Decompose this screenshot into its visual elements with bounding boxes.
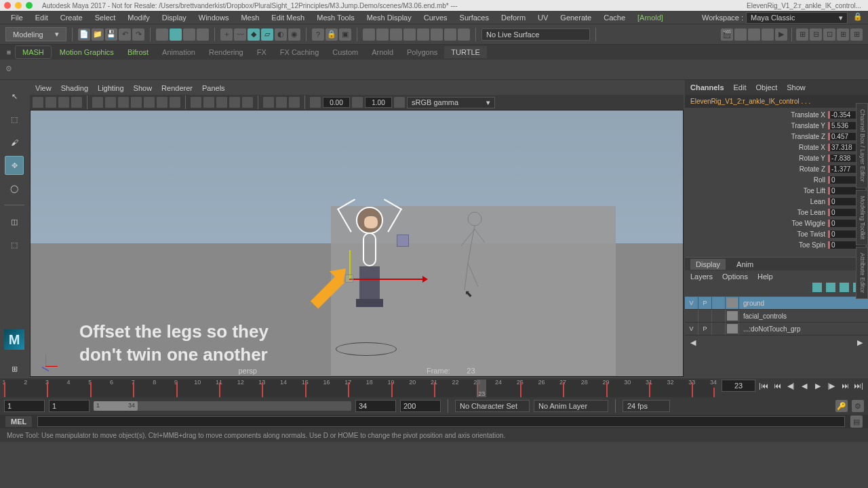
vp-menu-renderer[interactable]: Renderer — [161, 84, 193, 92]
layer-color-swatch[interactable] — [726, 323, 739, 335]
select-tool-icon[interactable]: ↖ — [5, 87, 24, 106]
node-editor-icon[interactable] — [431, 28, 443, 41]
cb-tab-channels[interactable]: Channels — [690, 83, 724, 92]
step-forward-key-icon[interactable]: ⏭ — [840, 380, 850, 391]
output-icon[interactable] — [376, 28, 389, 41]
snap-live-icon[interactable]: ◉ — [288, 28, 300, 41]
save-scene-icon[interactable]: 💾 — [105, 28, 117, 41]
keyframe-marker[interactable] — [176, 382, 178, 397]
shelf-tab-fx-caching[interactable]: FX Caching — [273, 46, 326, 58]
menu-cache[interactable]: Cache — [598, 12, 631, 23]
keyframe-marker[interactable] — [563, 382, 564, 397]
playhead[interactable]: 23 — [477, 380, 486, 397]
shelf-tab-rendering[interactable]: Rendering — [202, 46, 250, 58]
attr-label[interactable]: Rotate Y — [799, 155, 825, 162]
attr-label[interactable]: Translate Y — [791, 122, 825, 129]
menu-surfaces[interactable]: Surfaces — [454, 12, 494, 23]
menu-create[interactable]: Create — [55, 12, 88, 23]
graph-icon[interactable] — [390, 28, 402, 41]
range-start-outer[interactable] — [4, 400, 45, 412]
vp-xray-joints-icon[interactable] — [289, 97, 300, 108]
vp-shaded-icon[interactable] — [203, 97, 214, 108]
panel-layout5-icon[interactable]: ⊞ — [850, 28, 863, 41]
attr-label[interactable]: Toe Lean — [797, 209, 825, 216]
vtab-channel-box[interactable]: Channel Box / Layer Editor — [856, 103, 868, 188]
channel-box-selection[interactable]: ElevenRig_V1_2:r_ankle_IK_control . . . — [685, 95, 868, 108]
layer-new-icon[interactable] — [812, 283, 822, 292]
vtab-attribute-editor[interactable]: Attribute Editor — [856, 247, 868, 300]
snap-plane-icon[interactable]: ▱ — [261, 28, 273, 41]
shelf-menu-icon[interactable]: ≡ — [3, 48, 15, 56]
attr-label[interactable]: Roll — [814, 176, 825, 184]
keyframe-marker[interactable] — [348, 382, 349, 397]
shelf-tab-fx[interactable]: FX — [250, 46, 273, 58]
shelf-tab-bifrost[interactable]: Bifrost — [121, 46, 155, 58]
select-hierarchy-icon[interactable] — [170, 28, 182, 41]
vp-film-gate-icon[interactable] — [105, 97, 116, 108]
menu-mesh-display[interactable]: Mesh Display — [361, 12, 417, 23]
gear-icon[interactable]: ⚙ — [5, 64, 16, 75]
connection-icon[interactable] — [458, 28, 470, 41]
shelf-tab-animation[interactable]: Animation — [155, 46, 202, 58]
vp-menu-panels[interactable]: Panels — [202, 84, 225, 92]
vp-shadows-icon[interactable] — [242, 97, 253, 108]
paint-tool-icon[interactable]: 🖌 — [5, 133, 24, 152]
auto-key-icon[interactable]: 🔑 — [835, 400, 848, 412]
minimize-icon[interactable] — [15, 2, 22, 9]
vp-wireframe-icon[interactable] — [191, 97, 201, 108]
layer-playback-toggle[interactable]: P — [698, 297, 712, 309]
keyframe-marker[interactable] — [692, 382, 693, 397]
layers-menu-options[interactable]: Options — [722, 272, 748, 281]
vp-gamma-field[interactable] — [365, 97, 392, 108]
panel-layout4-icon[interactable]: ⊞ — [837, 28, 849, 41]
snap-point-icon[interactable]: ◆ — [248, 28, 260, 41]
attr-label[interactable]: Toe Wiggle — [792, 220, 825, 227]
panel-layout2-icon[interactable]: ⊟ — [810, 28, 822, 41]
character-set-dropdown[interactable]: No Character Set — [455, 400, 530, 412]
shelf-tab-polygons[interactable]: Polygons — [400, 46, 444, 58]
scale-tool-icon[interactable]: ◫ — [5, 212, 24, 231]
vp-textured-icon[interactable] — [216, 97, 227, 108]
open-scene-icon[interactable]: 📁 — [92, 28, 104, 41]
go-to-start-icon[interactable]: |⏮ — [758, 380, 769, 391]
menu-edit[interactable]: Edit — [30, 12, 54, 23]
shelf-tab-turtle[interactable]: TURTLE — [444, 46, 487, 58]
layer-row[interactable]: VPground — [685, 297, 868, 310]
keyframe-marker[interactable] — [4, 382, 5, 397]
menu-display[interactable]: Display — [157, 12, 192, 23]
keyframe-marker[interactable] — [219, 382, 220, 397]
range-start-inner[interactable] — [49, 400, 90, 412]
menu-arnold[interactable]: [Arnold] — [632, 12, 669, 23]
play-back-icon[interactable]: ◀ — [799, 380, 810, 391]
cb-tab-edit[interactable]: Edit — [734, 83, 747, 92]
outliner-icon[interactable] — [417, 28, 429, 41]
vp-field-chart-icon[interactable] — [144, 97, 155, 108]
input-icon[interactable] — [363, 28, 375, 41]
keyframe-marker[interactable] — [606, 382, 608, 397]
range-end-inner[interactable] — [355, 400, 396, 412]
layer-playback-toggle[interactable]: P — [698, 323, 712, 335]
vp-menu-view[interactable]: View — [35, 84, 52, 92]
command-input[interactable] — [37, 416, 845, 427]
scroll-left-icon[interactable]: ◀ — [690, 338, 696, 347]
vp-menu-lighting[interactable]: Lighting — [98, 84, 124, 92]
select-component-icon[interactable] — [197, 28, 209, 41]
attr-label[interactable]: Toe Lift — [804, 187, 825, 195]
layer-color-swatch[interactable] — [726, 310, 739, 322]
vp-resolution-gate-icon[interactable] — [118, 97, 129, 108]
keyframe-marker[interactable] — [520, 382, 521, 397]
attr-label[interactable]: Translate Z — [791, 133, 825, 140]
layer-vis-toggle[interactable]: V — [685, 323, 698, 335]
workspace-dropdown[interactable]: Maya Classic▾ — [746, 12, 848, 24]
lasso-tool-icon[interactable]: ⬚ — [5, 110, 24, 129]
layer-playback-toggle[interactable] — [698, 310, 712, 322]
vp-exposure-icon[interactable] — [310, 97, 321, 108]
layer-up-icon[interactable] — [826, 283, 835, 292]
layer-ref-toggle[interactable] — [712, 323, 726, 335]
layers-menu-layers[interactable]: Layers — [690, 272, 713, 281]
tab-anim[interactable]: Anim — [736, 260, 753, 268]
menu-uv[interactable]: UV — [532, 12, 553, 23]
playblast-icon[interactable]: ▶ — [775, 28, 787, 41]
vp-xray-icon[interactable] — [276, 97, 287, 108]
keyframe-marker[interactable] — [133, 382, 134, 397]
